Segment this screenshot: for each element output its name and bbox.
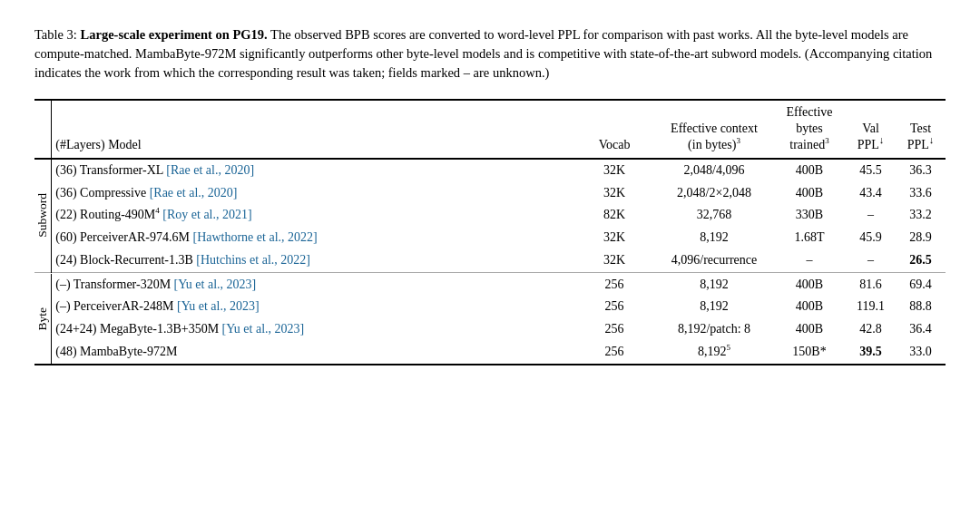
context-2: 2,048/2×2,048 [655,182,773,205]
table-container: (#Layers) Model Vocab Effective context(… [34,99,946,365]
effbytes-4: 1.68T [773,227,846,249]
cite-link-2[interactable]: [Rae et al., 2020] [150,186,238,200]
mamba-valppl-bold: 39.5 [859,345,882,358]
byte-vocab-4: 256 [573,341,655,365]
testppl-1: 36.3 [896,159,946,181]
byte-cite-link-2[interactable]: [Yu et al., 2023] [177,299,260,313]
byte-valppl-3: 42.8 [846,318,896,341]
byte-testppl-1: 69.4 [896,274,946,297]
subword-row-2: (36) Compressive [Rae et al., 2020] 32K … [34,182,946,205]
context-4: 8,192 [655,227,773,249]
byte-valppl-1: 81.6 [846,274,896,297]
byte-section-label: Byte [34,274,52,365]
byte-vocab-1: 256 [573,274,655,297]
byte-model-3: (24+24) MegaByte-1.3B+350M [Yu et al., 2… [52,318,573,341]
byte-model-4: (48) MambaByte-972M [52,341,573,365]
byte-valppl-4: 39.5 [846,341,896,365]
col-context-header: Effective context(in bytes)3 [655,100,773,158]
col-effbytes-header: Effectivebytestrained3 [773,100,846,158]
byte-testppl-2: 88.8 [896,296,946,318]
byte-cite-link-1[interactable]: [Yu et al., 2023] [174,278,257,291]
routing-sup: 4 [155,207,160,216]
vocab-5: 32K [573,249,655,272]
byte-effbytes-2: 400B [773,296,846,318]
results-table: (#Layers) Model Vocab Effective context(… [34,99,946,365]
subword-model-5: (24) Block-Recurrent-1.3B [Hutchins et a… [52,249,573,272]
testppl-2: 33.6 [896,182,946,205]
caption-bold: Large-scale experiment on PG19. [81,27,268,42]
byte-row-1: Byte (–) Transformer-320M [Yu et al., 20… [34,274,946,297]
subword-row-4: (60) PerceiverAR-974.6M [Hawthorne et al… [34,227,946,249]
subword-model-1: (36) Transformer-XL [Rae et al., 2020] [52,159,573,181]
context-1: 2,048/4,096 [655,159,773,181]
context-3: 32,768 [655,204,773,227]
context-sup: 3 [736,137,740,146]
effbytes-2: 400B [773,182,846,205]
subword-row-5: (24) Block-Recurrent-1.3B [Hutchins et a… [34,249,946,272]
val-arrow: ↓ [879,135,885,146]
cite-link-4[interactable]: [Hawthorne et al., 2022] [192,230,317,244]
subword-section-label: Subword [34,159,52,272]
byte-model-2: (–) PerceiverAR-248M [Yu et al., 2023] [52,296,573,318]
byte-context-1: 8,192 [655,274,773,297]
subword-model-2: (36) Compressive [Rae et al., 2020] [52,182,573,205]
effbytes-5: – [773,249,846,272]
col-testppl-header: TestPPL↓ [896,100,946,158]
byte-effbytes-1: 400B [773,274,846,297]
subword-model-3: (22) Routing-490M4 [Roy et al., 2021] [52,204,573,227]
byte-effbytes-4: 150B* [773,341,846,365]
subword-row-1: Subword (36) Transformer-XL [Rae et al.,… [34,159,946,181]
cite-link-1[interactable]: [Rae et al., 2020] [166,163,254,177]
valppl-1: 45.5 [846,159,896,181]
effbytes-sup: 3 [825,137,829,146]
byte-model-1: (–) Transformer-320M [Yu et al., 2023] [52,274,573,297]
byte-vocab-2: 256 [573,296,655,318]
byte-valppl-2: 119.1 [846,296,896,318]
vocab-3: 82K [573,204,655,227]
byte-cite-link-3[interactable]: [Yu et al., 2023] [222,322,305,336]
byte-vocab-3: 256 [573,318,655,341]
table-caption: Table 3: Large-scale experiment on PG19.… [34,25,946,83]
vocab-4: 32K [573,227,655,249]
subword-row-3: (22) Routing-490M4 [Roy et al., 2021] 82… [34,204,946,227]
byte-testppl-3: 36.4 [896,318,946,341]
subword-model-4: (60) PerceiverAR-974.6M [Hawthorne et al… [52,227,573,249]
byte-row-3: (24+24) MegaByte-1.3B+350M [Yu et al., 2… [34,318,946,341]
col-valppl-header: ValPPL↓ [846,100,896,158]
testppl-5: 26.5 [896,249,946,272]
testppl-3: 33.2 [896,204,946,227]
byte-context-2: 8,192 [655,296,773,318]
testppl-4: 28.9 [896,227,946,249]
cite-link-3[interactable]: [Roy et al., 2021] [162,208,251,221]
byte-context-3: 8,192/patch: 8 [655,318,773,341]
effbytes-3: 330B [773,204,846,227]
test-arrow: ↓ [929,135,935,146]
bold-val-5: 26.5 [909,253,932,267]
col-vocab-header: Vocab [573,100,655,158]
valppl-4: 45.9 [846,227,896,249]
byte-row-2: (–) PerceiverAR-248M [Yu et al., 2023] 2… [34,296,946,318]
byte-effbytes-3: 400B [773,318,846,341]
vocab-2: 32K [573,182,655,205]
byte-row-4: (48) MambaByte-972M 256 8,1925 150B* 39.… [34,341,946,365]
valppl-2: 43.4 [846,182,896,205]
cite-link-5[interactable]: [Hutchins et al., 2022] [196,253,310,267]
section-col-header [34,100,52,158]
valppl-3: – [846,204,896,227]
context-5: 4,096/recurrence [655,249,773,272]
byte-context-4: 8,1925 [655,341,773,365]
vocab-1: 32K [573,159,655,181]
byte-testppl-4: 33.0 [896,341,946,365]
caption-label: Table 3: [34,27,81,42]
valppl-5: – [846,249,896,272]
col-model-header: (#Layers) Model [52,100,573,158]
effbytes-1: 400B [773,159,846,181]
mamba-context-sup: 5 [727,344,731,353]
